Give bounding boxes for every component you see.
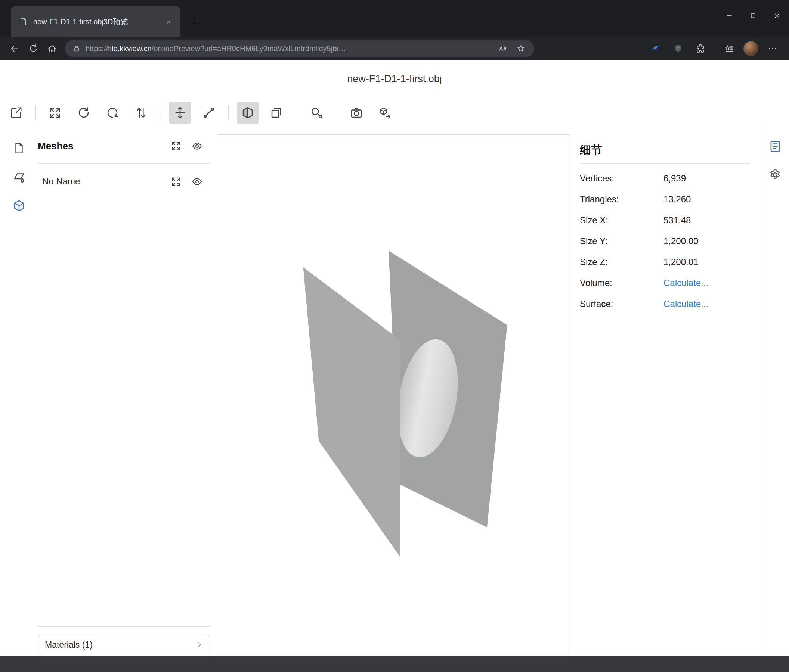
nav-extensions-area <box>647 40 784 57</box>
flip-vertical-icon <box>134 106 148 119</box>
model-tree-tab[interactable] <box>11 197 27 214</box>
detail-row: Size Y: 1,200.00 <box>580 231 750 252</box>
expand-all-button[interactable] <box>170 140 182 152</box>
rotate-y-button[interactable] <box>102 102 123 124</box>
materials-icon <box>13 170 26 183</box>
maximize-icon <box>749 11 757 20</box>
materials-button[interactable]: Materials (1) <box>38 635 210 654</box>
new-tab-button[interactable] <box>187 13 203 29</box>
toolbar-separator <box>228 106 228 120</box>
extension-blue-button[interactable] <box>647 40 664 57</box>
detail-row: Size X: 531.48 <box>580 210 750 231</box>
details-panel: 细节 Vertices: 6,939 Triangles: 13,260 Siz… <box>570 127 760 656</box>
tab-close-icon[interactable] <box>163 16 174 27</box>
spacer <box>38 190 210 626</box>
expand-icon <box>171 141 182 151</box>
favorites-button[interactable] <box>721 40 738 57</box>
cube-shaded-icon <box>241 106 254 119</box>
detail-value: 1,200.01 <box>663 257 698 267</box>
read-aloud-button[interactable] <box>496 42 509 55</box>
export-model-button[interactable] <box>374 102 396 124</box>
url-protocol: https:// <box>86 45 108 53</box>
detail-label: Size Z: <box>580 257 663 267</box>
home-icon <box>47 44 57 54</box>
model-viewport[interactable] <box>218 134 570 655</box>
flip-vertical-button[interactable] <box>130 102 152 124</box>
materials-label: Materials (1) <box>45 640 93 650</box>
star-icon <box>516 44 525 53</box>
calculate-volume-link[interactable]: Calculate... <box>663 278 708 288</box>
shield-extension-button[interactable] <box>670 40 686 57</box>
shield-t-icon <box>673 44 683 53</box>
browser-titlebar: new-F1-D1-1-first.obj3D预览 <box>0 0 789 37</box>
shaded-view-button[interactable] <box>237 102 259 124</box>
visibility-mesh-button[interactable] <box>191 175 203 188</box>
favorites-star-icon <box>724 44 734 53</box>
mesh-name: No Name <box>42 176 80 187</box>
detail-row: Size Z: 1,200.01 <box>580 252 750 272</box>
meshes-title: Meshes <box>38 140 73 152</box>
line-icon <box>202 106 216 119</box>
page-title: new-F1-D1-1-first.obj <box>0 60 789 98</box>
left-icon-strip <box>0 127 38 656</box>
url-path: /onlinePreview?url=aHR0cHM6Ly9maWxlLmtrd… <box>152 45 346 53</box>
calculate-surface-link[interactable]: Calculate... <box>663 299 708 309</box>
chevron-right-icon <box>195 641 203 649</box>
address-bar[interactable]: https://file.kkview.cn/onlinePreview?url… <box>65 40 534 57</box>
add-favorite-button[interactable] <box>514 42 527 55</box>
gear-icon <box>768 168 782 182</box>
puzzle-icon <box>696 44 705 53</box>
settings-button[interactable] <box>767 167 783 183</box>
back-button[interactable] <box>5 40 24 57</box>
divider <box>580 163 750 164</box>
line-tool-button[interactable] <box>198 102 220 124</box>
close-icon <box>773 11 781 20</box>
detail-row: Surface: Calculate... <box>580 293 750 314</box>
minimize-button[interactable] <box>717 0 741 31</box>
detail-value: 13,260 <box>663 194 691 205</box>
refresh-button[interactable] <box>24 40 43 57</box>
left-plane <box>303 267 401 557</box>
detail-value: 6,939 <box>663 173 686 184</box>
close-button[interactable] <box>765 0 789 31</box>
open-model-button[interactable] <box>5 102 27 124</box>
detail-label: Volume: <box>580 278 663 288</box>
file-info-tab[interactable] <box>11 140 27 156</box>
materials-tab[interactable] <box>11 169 27 185</box>
read-aloud-icon <box>498 44 507 53</box>
screenshot-button[interactable] <box>345 102 367 124</box>
home-button[interactable] <box>43 40 61 57</box>
rotate-x-button[interactable] <box>73 102 94 124</box>
copy-view-button[interactable] <box>266 102 287 124</box>
rotate-x-icon <box>77 106 90 119</box>
details-panel-toggle[interactable] <box>767 139 783 154</box>
viewer-page: new-F1-D1-1-first.obj Meshes <box>0 60 789 656</box>
details-title: 细节 <box>580 143 750 158</box>
lock-icon[interactable] <box>72 45 81 53</box>
visibility-all-button[interactable] <box>191 140 203 152</box>
url-domain: file.kkview.cn <box>108 45 152 53</box>
eye-icon <box>192 141 203 151</box>
expand-mesh-button[interactable] <box>170 175 182 188</box>
measure-button[interactable] <box>306 102 327 124</box>
fullscreen-icon <box>48 106 62 119</box>
detail-label: Triangles: <box>580 194 663 205</box>
extensions-button[interactable] <box>692 40 709 57</box>
model-3d-scene[interactable] <box>218 135 570 655</box>
detail-label: Size X: <box>580 215 663 226</box>
meshes-panel: Meshes No Name Materials (1) <box>38 127 210 656</box>
maximize-button[interactable] <box>741 0 765 31</box>
expand-icon <box>171 176 182 187</box>
browser-navbar: https://file.kkview.cn/onlinePreview?url… <box>0 37 789 60</box>
browser-tab[interactable]: new-F1-D1-1-first.obj3D预览 <box>11 6 180 37</box>
measure-magnifier-icon <box>310 106 323 119</box>
copy-icon <box>270 106 283 119</box>
settings-menu-button[interactable] <box>764 40 781 57</box>
url-text: https://file.kkview.cn/onlinePreview?url… <box>86 45 491 53</box>
detail-label: Vertices: <box>580 173 663 184</box>
fullscreen-button[interactable] <box>44 102 66 124</box>
profile-avatar[interactable] <box>743 41 759 56</box>
mesh-list-item[interactable]: No Name <box>38 172 210 190</box>
pan-tool-button[interactable] <box>169 102 191 124</box>
detail-label: Surface: <box>580 299 663 309</box>
